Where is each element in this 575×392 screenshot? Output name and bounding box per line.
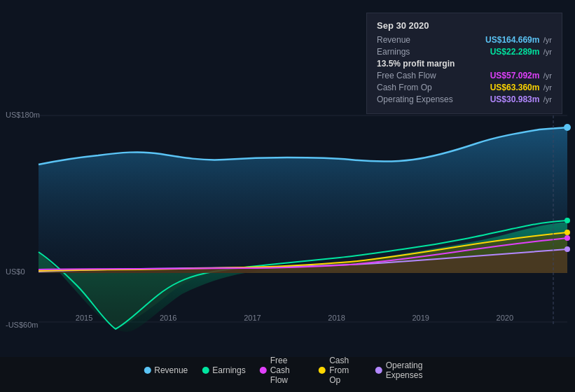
tooltip-cashop-label: Cash From Op bbox=[377, 83, 432, 92]
legend-dot-fcf bbox=[260, 367, 267, 374]
legend-dot-opex bbox=[375, 367, 382, 374]
earnings-indicator bbox=[564, 218, 570, 223]
tooltip-date: Sep 30 2020 bbox=[377, 20, 552, 31]
legend-label-opex: Operating Expenses bbox=[386, 360, 431, 380]
revenue-indicator bbox=[564, 124, 571, 131]
legend-label-revenue: Revenue bbox=[154, 365, 188, 375]
legend-dot-revenue bbox=[144, 367, 151, 374]
legend-cashop[interactable]: Cash From Op bbox=[319, 356, 361, 385]
tooltip-opex-suffix: /yr bbox=[543, 95, 552, 104]
chart-legend: Revenue Earnings Free Cash Flow Cash Fro… bbox=[144, 356, 431, 385]
cashop-indicator bbox=[564, 230, 570, 235]
tooltip-revenue-value: US$164.669m bbox=[485, 35, 539, 45]
legend-dot-earnings bbox=[202, 367, 209, 374]
tooltip-opex-label: Operating Expenses bbox=[377, 94, 453, 104]
x-axis-labels: 2015 2016 2017 2018 2019 2020 bbox=[0, 314, 575, 322]
opex-indicator bbox=[564, 246, 570, 252]
y-label-zero: US$0 bbox=[6, 267, 25, 276]
tooltip-revenue-row: Revenue US$164.669m /yr bbox=[377, 35, 552, 45]
tooltip-cashop-row: Cash From Op US$63.360m /yr bbox=[377, 83, 552, 92]
tooltip-fcf-value: US$57.092m bbox=[490, 71, 540, 80]
legend-label-fcf: Free Cash Flow bbox=[270, 356, 305, 385]
tooltip-cashop-value: US$63.360m bbox=[490, 83, 540, 92]
legend-earnings[interactable]: Earnings bbox=[202, 365, 245, 375]
tooltip-margin: 13.5% profit margin bbox=[377, 59, 552, 69]
tooltip-opex-row: Operating Expenses US$30.983m /yr bbox=[377, 94, 552, 104]
x-label-2015: 2015 bbox=[76, 314, 92, 322]
x-label-2020: 2020 bbox=[497, 314, 513, 322]
tooltip-opex-value: US$30.983m bbox=[490, 94, 540, 104]
tooltip-fcf-row: Free Cash Flow US$57.092m /yr bbox=[377, 71, 552, 80]
x-label-2018: 2018 bbox=[328, 314, 345, 322]
tooltip-fcf-suffix: /yr bbox=[543, 71, 552, 80]
legend-revenue[interactable]: Revenue bbox=[144, 365, 188, 375]
tooltip-revenue-label: Revenue bbox=[377, 35, 410, 45]
legend-label-earnings: Earnings bbox=[212, 365, 245, 375]
x-label-2019: 2019 bbox=[412, 314, 429, 322]
legend-dot-cashop bbox=[319, 367, 326, 374]
tooltip-earnings-suffix: /yr bbox=[543, 48, 552, 56]
legend-fcf[interactable]: Free Cash Flow bbox=[260, 356, 305, 385]
x-label-2016: 2016 bbox=[160, 314, 176, 322]
legend-label-cashop: Cash From Op bbox=[329, 356, 361, 385]
tooltip-panel: Sep 30 2020 Revenue US$164.669m /yr Earn… bbox=[366, 13, 562, 114]
tooltip-earnings-label: Earnings bbox=[377, 47, 410, 57]
x-label-2017: 2017 bbox=[244, 314, 261, 322]
tooltip-earnings-row: Earnings US$22.289m /yr bbox=[377, 47, 552, 57]
tooltip-cashop-suffix: /yr bbox=[543, 83, 552, 92]
tooltip-fcf-label: Free Cash Flow bbox=[377, 71, 436, 80]
y-label-top: US$180m bbox=[6, 111, 40, 119]
tooltip-revenue-suffix: /yr bbox=[543, 36, 552, 44]
fcf-indicator bbox=[564, 235, 570, 241]
legend-opex[interactable]: Operating Expenses bbox=[375, 360, 431, 380]
tooltip-earnings-value: US$22.289m bbox=[490, 47, 540, 57]
